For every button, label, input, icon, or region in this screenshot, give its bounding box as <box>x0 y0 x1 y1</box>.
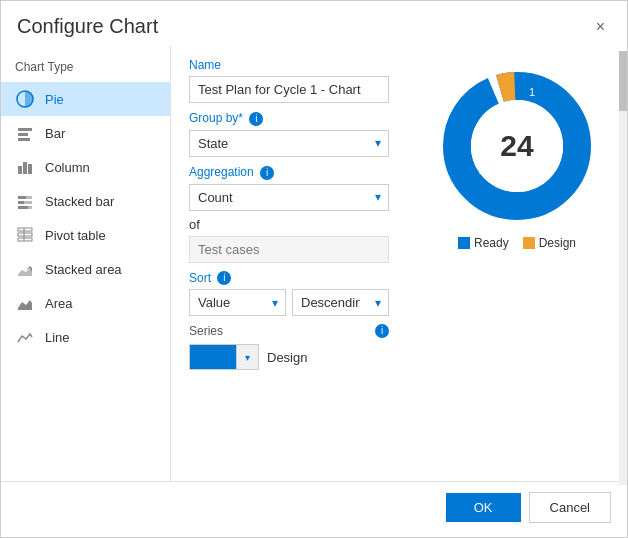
scrollbar-thumb[interactable] <box>619 51 627 111</box>
svg-rect-5 <box>23 162 27 174</box>
chart-type-panel: Chart Type Pie <box>1 46 171 481</box>
sidebar-item-label-pivot: Pivot table <box>45 228 106 243</box>
svg-rect-4 <box>18 166 22 174</box>
sort-order-wrapper: Descending ▾ <box>292 289 389 316</box>
chart-legend: Ready Design <box>458 236 576 250</box>
svg-rect-14 <box>18 233 32 236</box>
pivot-icon <box>15 225 35 245</box>
of-input <box>189 236 389 263</box>
svg-rect-15 <box>18 238 32 241</box>
sort-value-wrapper: Value ▾ <box>189 289 286 316</box>
sidebar-item-stacked-area[interactable]: Stacked area <box>1 252 170 286</box>
legend-ready-icon <box>458 237 470 249</box>
chart-design-label: 1 <box>529 86 535 98</box>
pie-icon <box>15 89 35 109</box>
column-icon <box>15 157 35 177</box>
svg-rect-1 <box>18 128 32 131</box>
of-label: of <box>189 217 389 232</box>
donut-chart: 23 1 24 <box>437 66 597 226</box>
legend-ready: Ready <box>458 236 509 250</box>
sidebar-item-label-bar: Bar <box>45 126 65 141</box>
group-by-label: Group by* i <box>189 111 389 126</box>
sidebar-item-pie[interactable]: Pie <box>1 82 170 116</box>
group-by-info-icon: i <box>249 112 263 126</box>
dialog-title-bar: Configure Chart × <box>1 1 627 46</box>
group-by-select[interactable]: State <box>189 130 389 157</box>
dialog-title: Configure Chart <box>17 15 158 38</box>
svg-rect-6 <box>28 164 32 174</box>
stacked-bar-icon <box>15 191 35 211</box>
svg-rect-7 <box>18 196 26 199</box>
sort-label: Sort i <box>189 271 389 286</box>
close-button[interactable]: × <box>590 17 611 37</box>
svg-rect-11 <box>18 206 28 209</box>
series-color-button[interactable]: ▾ <box>189 344 259 370</box>
legend-design-label: Design <box>539 236 576 250</box>
sort-value-select[interactable]: Value <box>189 289 286 316</box>
series-info-icon: i <box>375 324 389 338</box>
svg-rect-17 <box>458 237 470 249</box>
legend-ready-label: Ready <box>474 236 509 250</box>
group-by-select-wrapper: State ▾ <box>189 130 389 157</box>
svg-rect-3 <box>18 138 30 141</box>
stacked-area-icon <box>15 259 35 279</box>
area-icon <box>15 293 35 313</box>
form-panel: Name Group by* i State ▾ Aggregation i C… <box>171 46 407 481</box>
chart-ready-label: 23 <box>479 164 491 176</box>
svg-rect-10 <box>24 201 32 204</box>
series-color-swatch <box>190 345 236 369</box>
svg-rect-18 <box>523 237 535 249</box>
legend-design: Design <box>523 236 576 250</box>
chart-type-label: Chart Type <box>1 56 170 82</box>
svg-rect-8 <box>26 196 32 199</box>
sidebar-item-label-column: Column <box>45 160 90 175</box>
sidebar-item-area[interactable]: Area <box>1 286 170 320</box>
name-input[interactable] <box>189 76 389 103</box>
line-icon <box>15 327 35 347</box>
sidebar-item-label-pie: Pie <box>45 92 64 107</box>
aggregation-info-icon: i <box>260 166 274 180</box>
sort-row: Value ▾ Descending ▾ <box>189 289 389 316</box>
svg-rect-12 <box>28 206 32 209</box>
donut-total: 24 <box>500 129 533 163</box>
aggregation-select[interactable]: Count <box>189 184 389 211</box>
svg-rect-2 <box>18 133 28 136</box>
svg-rect-9 <box>18 201 24 204</box>
scrollbar-track <box>619 51 627 485</box>
aggregation-label: Aggregation i <box>189 165 389 180</box>
series-name: Design <box>267 350 307 365</box>
series-header: Series i <box>189 324 389 338</box>
series-row: ▾ Design <box>189 344 389 370</box>
chart-preview-panel: 23 1 24 Ready Design <box>407 46 627 481</box>
dialog-footer: OK Cancel <box>1 481 627 537</box>
sidebar-item-label-area: Area <box>45 296 72 311</box>
sort-order-select[interactable]: Descending <box>292 289 389 316</box>
series-color-chevron-icon: ▾ <box>236 345 258 369</box>
sort-info-icon: i <box>217 271 231 285</box>
cancel-button[interactable]: Cancel <box>529 492 611 523</box>
sidebar-item-label-stacked-bar: Stacked bar <box>45 194 114 209</box>
sidebar-item-label-line: Line <box>45 330 70 345</box>
sidebar-item-bar[interactable]: Bar <box>1 116 170 150</box>
svg-rect-13 <box>18 228 32 231</box>
bar-icon <box>15 123 35 143</box>
sidebar-item-pivot-table[interactable]: Pivot table <box>1 218 170 252</box>
sidebar-item-stacked-bar[interactable]: Stacked bar <box>1 184 170 218</box>
ok-button[interactable]: OK <box>446 493 521 522</box>
aggregation-select-wrapper: Count ▾ <box>189 184 389 211</box>
name-label: Name <box>189 58 389 72</box>
sidebar-item-label-stacked-area: Stacked area <box>45 262 122 277</box>
series-label: Series <box>189 324 223 338</box>
legend-design-icon <box>523 237 535 249</box>
configure-chart-dialog: Configure Chart × Chart Type Pie <box>0 0 628 538</box>
sidebar-item-column[interactable]: Column <box>1 150 170 184</box>
sidebar-item-line[interactable]: Line <box>1 320 170 354</box>
dialog-body: Chart Type Pie <box>1 46 627 481</box>
